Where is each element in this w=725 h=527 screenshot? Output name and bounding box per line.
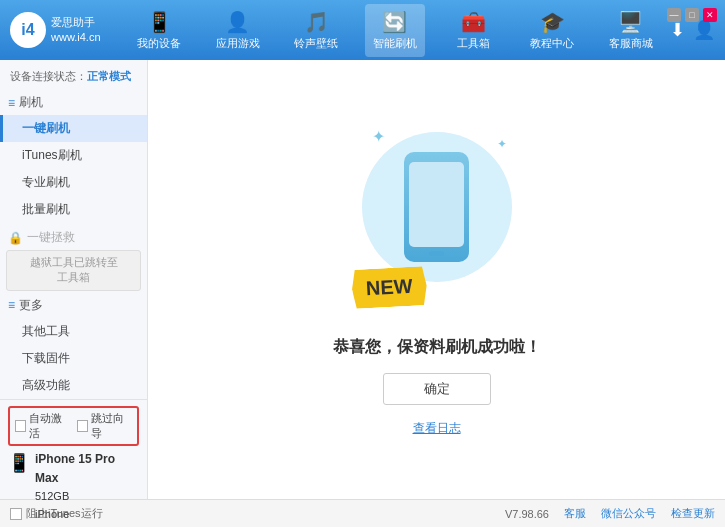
success-container: ✦ ✦ NEW 恭喜您，保资料刷机成功啦！ 确定 查看日志 xyxy=(333,122,541,437)
nav-item-smart-flash[interactable]: 🔄 智能刷机 xyxy=(365,4,425,57)
sidebar-group-more: ≡ 更多 xyxy=(0,293,147,318)
footer-link-home[interactable]: 客服 xyxy=(564,506,586,521)
nav: 📱 我的设备 👤 应用游戏 🎵 铃声壁纸 🔄 智能刷机 🧰 工具箱 🎓 教程中心… xyxy=(120,4,670,57)
nav-label-my-device: 我的设备 xyxy=(137,36,181,51)
user-icon[interactable]: 👤 xyxy=(693,19,715,41)
device-icon: 📱 xyxy=(147,10,172,34)
phone-circle-bg xyxy=(362,132,512,282)
minimize-button[interactable]: — xyxy=(667,8,681,22)
download-icon[interactable]: ⬇ xyxy=(670,19,685,41)
ringtones-icon: 🎵 xyxy=(304,10,329,34)
content-area: ✦ ✦ NEW 恭喜您，保资料刷机成功啦！ 确定 查看日志 xyxy=(148,60,725,499)
sidebar-section-more: ≡ 更多 其他工具 下载固件 高级功能 xyxy=(0,293,147,399)
sidebar-section-rescue: 🔒 一键拯救 越狱工具已跳转至 工具箱 xyxy=(0,225,147,291)
auto-activate-label: 自动激活 xyxy=(29,411,70,441)
rescue-group-label: 一键拯救 xyxy=(27,229,75,246)
device-phone-icon: 📱 xyxy=(8,452,30,474)
close-button[interactable]: ✕ xyxy=(703,8,717,22)
footer-link-wechat[interactable]: 微信公众号 xyxy=(601,506,656,521)
status-bar: 设备连接状态：正常模式 xyxy=(0,65,147,88)
nav-item-service[interactable]: 🖥️ 客服商城 xyxy=(601,4,661,57)
logo-line1: 爱思助手 xyxy=(51,15,101,30)
main: 设备连接状态：正常模式 ≡ 刷机 一键刷机 iTunes刷机 专业刷机 批量刷机… xyxy=(0,60,725,499)
flash-group-label: 刷机 xyxy=(19,94,43,111)
toolbox-icon: 🧰 xyxy=(461,10,486,34)
footer-right: V7.98.66 客服 微信公众号 检查更新 xyxy=(505,506,715,521)
sidebar-item-other-tools[interactable]: 其他工具 xyxy=(0,318,147,345)
sidebar: 设备连接状态：正常模式 ≡ 刷机 一键刷机 iTunes刷机 专业刷机 批量刷机… xyxy=(0,60,148,499)
guide-checkbox-item[interactable]: 跳过向导 xyxy=(77,411,133,441)
status-label: 设备连接状态： xyxy=(10,70,87,82)
phone-illustration: ✦ ✦ NEW xyxy=(357,122,517,322)
sparkle-icon-1: ✦ xyxy=(372,127,385,146)
phone-button xyxy=(429,251,444,256)
logo: i4 爱思助手 www.i4.cn xyxy=(10,12,120,48)
guide-checkbox[interactable] xyxy=(77,420,88,432)
window-controls: — □ ✕ xyxy=(667,8,717,22)
sidebar-item-advanced[interactable]: 高级功能 xyxy=(0,372,147,399)
auto-activate-checkbox-item[interactable]: 自动激活 xyxy=(15,411,71,441)
nav-label-smart-flash: 智能刷机 xyxy=(373,36,417,51)
apps-icon: 👤 xyxy=(225,10,250,34)
sidebar-group-rescue: 🔒 一键拯救 xyxy=(0,225,147,250)
success-text: 恭喜您，保资料刷机成功啦！ xyxy=(333,337,541,358)
sidebar-item-itunes-flash[interactable]: iTunes刷机 xyxy=(0,142,147,169)
new-badge: NEW xyxy=(351,266,428,309)
nav-item-tutorial[interactable]: 🎓 教程中心 xyxy=(522,4,582,57)
sidebar-item-download-firmware[interactable]: 下载固件 xyxy=(0,345,147,372)
auto-activate-checkbox[interactable] xyxy=(15,420,26,432)
device-name: iPhone 15 Pro Max xyxy=(35,450,139,488)
nav-item-toolbox[interactable]: 🧰 工具箱 xyxy=(444,4,504,57)
header-right: ⬇ 👤 xyxy=(670,19,715,41)
nav-item-apps-games[interactable]: 👤 应用游戏 xyxy=(208,4,268,57)
nav-label-ringtones: 铃声壁纸 xyxy=(294,36,338,51)
rescue-disabled-line1: 越狱工具已跳转至 xyxy=(15,255,132,270)
more-group-icon: ≡ xyxy=(8,298,15,312)
tutorial-icon: 🎓 xyxy=(540,10,565,34)
nav-item-ringtones[interactable]: 🎵 铃声壁纸 xyxy=(286,4,346,57)
guide-label: 跳过向导 xyxy=(91,411,132,441)
rescue-disabled-line2: 工具箱 xyxy=(15,270,132,285)
phone-screen xyxy=(409,162,464,247)
more-group-label: 更多 xyxy=(19,297,43,314)
stop-itunes-label: 阻止iTunes运行 xyxy=(26,506,103,521)
sparkle-icon-2: ✦ xyxy=(497,137,507,151)
nav-label-apps-games: 应用游戏 xyxy=(216,36,260,51)
sidebar-item-one-key-flash[interactable]: 一键刷机 xyxy=(0,115,147,142)
rescue-group-icon: 🔒 xyxy=(8,231,23,245)
logo-text: 爱思助手 www.i4.cn xyxy=(51,15,101,46)
status-value: 正常模式 xyxy=(87,70,131,82)
device-storage: 512GB xyxy=(35,488,139,506)
rescue-disabled-box: 越狱工具已跳转至 工具箱 xyxy=(6,250,141,291)
flash-group-icon: ≡ xyxy=(8,96,15,110)
auto-activate-wrapper: 自动激活 跳过向导 xyxy=(8,406,139,446)
sidebar-section-flash: ≡ 刷机 一键刷机 iTunes刷机 专业刷机 批量刷机 xyxy=(0,90,147,223)
nav-label-service: 客服商城 xyxy=(609,36,653,51)
nav-label-tutorial: 教程中心 xyxy=(530,36,574,51)
sidebar-item-batch-flash[interactable]: 批量刷机 xyxy=(0,196,147,223)
header: i4 爱思助手 www.i4.cn 📱 我的设备 👤 应用游戏 🎵 铃声壁纸 🔄… xyxy=(0,0,725,60)
new-badge-text: NEW xyxy=(365,275,413,299)
sidebar-item-pro-flash[interactable]: 专业刷机 xyxy=(0,169,147,196)
phone-body xyxy=(404,152,469,262)
logo-char: i4 xyxy=(21,21,34,39)
view-log-link[interactable]: 查看日志 xyxy=(413,420,461,437)
service-icon: 🖥️ xyxy=(618,10,643,34)
confirm-button[interactable]: 确定 xyxy=(383,373,491,405)
maximize-button[interactable]: □ xyxy=(685,8,699,22)
nav-item-my-device[interactable]: 📱 我的设备 xyxy=(129,4,189,57)
stop-itunes-checkbox[interactable] xyxy=(10,508,22,520)
sidebar-group-flash: ≡ 刷机 xyxy=(0,90,147,115)
nav-label-toolbox: 工具箱 xyxy=(457,36,490,51)
logo-icon: i4 xyxy=(10,12,46,48)
smart-flash-icon: 🔄 xyxy=(382,10,407,34)
logo-line2: www.i4.cn xyxy=(51,30,101,45)
version-label: V7.98.66 xyxy=(505,508,549,520)
footer-link-check-update[interactable]: 检查更新 xyxy=(671,506,715,521)
footer-left: 阻止iTunes运行 xyxy=(10,506,103,521)
